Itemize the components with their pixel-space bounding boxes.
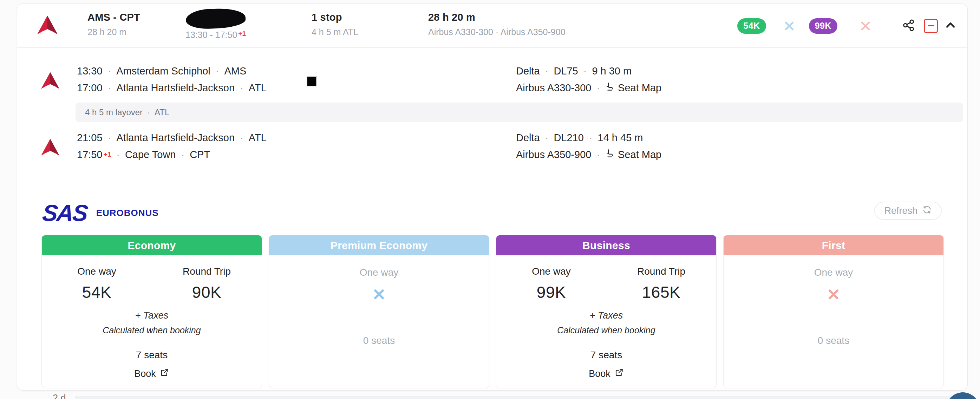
plus-one-day: +1 xyxy=(103,151,111,158)
next-row-top-edge xyxy=(75,396,966,399)
share-button[interactable] xyxy=(902,19,915,33)
seats-count: 7 seats xyxy=(496,350,716,361)
book-label: Book xyxy=(134,369,156,379)
route-block: AMS - CPT 28 h 20 m xyxy=(88,11,140,37)
external-link-icon xyxy=(160,368,169,380)
redacted-dates xyxy=(186,8,246,30)
taxes-note: + Taxes xyxy=(496,310,716,321)
one-way-label: One way xyxy=(269,267,489,278)
aircraft-type: Airbus A330-300 xyxy=(516,82,591,94)
round-trip-label: Round Trip xyxy=(606,266,716,277)
segment-duration: 14 h 45 m xyxy=(598,132,643,144)
arrival-code: ATL xyxy=(249,82,267,94)
stops-block: 1 stop 4 h 5 m ATL xyxy=(312,11,358,37)
seat-map-link[interactable]: Seat Map xyxy=(605,149,662,161)
arrival-time: 17:00 xyxy=(77,82,103,94)
fare-body: One way 0 seats xyxy=(724,267,943,346)
flight-number: DL75 xyxy=(554,65,578,77)
next-row-partial-text: 2 d xyxy=(52,393,66,399)
book-label: Book xyxy=(589,369,611,379)
aircraft-summary: Airbus A330-300 · Airbus A350-900 xyxy=(428,27,566,37)
departure-airport: Atlanta Hartsfield-Jackson xyxy=(116,132,235,144)
segment-2-aircraft-row: Airbus A350-900 · Seat Map xyxy=(516,146,662,163)
airline-name: Delta xyxy=(516,132,540,144)
remove-result-button[interactable] xyxy=(924,19,938,33)
flight-number: DL210 xyxy=(554,132,584,144)
first-unavailable-x-icon xyxy=(859,20,872,32)
seats-count: 7 seats xyxy=(42,350,262,361)
taxes-note: + Taxes xyxy=(42,310,262,321)
arrival-airport: Atlanta Hartsfield-Jackson xyxy=(116,82,235,94)
segment-duration: 9 h 30 m xyxy=(592,65,632,77)
segments-section: 13:30 · Amsterdam Schiphol · AMS 17:00 ·… xyxy=(17,48,967,176)
book-link[interactable]: Book xyxy=(589,368,624,380)
layover-duration: 4 h 5 m layover xyxy=(85,108,143,117)
fare-cards-row: Economy One way 54K Round Trip 90K + Tax… xyxy=(41,235,944,388)
departure-code: AMS xyxy=(224,65,246,77)
arrival-airport: Cape Town xyxy=(125,149,176,161)
segment-2-departure: 21:05 · Atlanta Hartsfield-Jackson · ATL xyxy=(77,129,267,146)
times-text: 13:30 - 17:50 xyxy=(186,30,237,40)
economy-unavailable-x-icon xyxy=(783,20,795,32)
dates-block: 13:30 - 17:50+1 xyxy=(172,9,259,40)
economy-miles-badge: 54K xyxy=(737,18,766,34)
one-way-label: One way xyxy=(496,266,606,277)
one-way-label: One way xyxy=(724,267,943,278)
departure-airport: Amsterdam Schiphol xyxy=(116,65,210,77)
refresh-button[interactable]: Refresh xyxy=(874,202,942,220)
fare-body: One way 99K Round Trip 165K + Taxes Calc… xyxy=(496,266,716,380)
fare-body: One way 54K Round Trip 90K + Taxes Calcu… xyxy=(42,266,262,380)
summary-actions: 54K 99K xyxy=(737,4,957,48)
redacted-marker xyxy=(307,77,316,86)
segment-1-aircraft-row: Airbus A330-300 · Seat Map xyxy=(516,79,662,96)
external-link-icon xyxy=(614,368,624,380)
unavailable-x-icon xyxy=(724,287,943,301)
refresh-label: Refresh xyxy=(884,205,918,216)
flight-summary-row[interactable]: AMS - CPT 28 h 20 m 13:30 - 17:50+1 1 st… xyxy=(17,4,967,48)
seat-icon xyxy=(605,149,615,161)
segment-1-route: 13:30 · Amsterdam Schiphol · AMS 17:00 ·… xyxy=(77,62,267,96)
delta-airline-logo xyxy=(41,139,59,157)
layover-airport-code: ATL xyxy=(154,108,169,117)
total-duration: 28 h 20 m xyxy=(428,11,566,23)
round-trip-label: Round Trip xyxy=(152,266,262,277)
taxes-detail: Calculated when booking xyxy=(496,325,716,335)
share-icon xyxy=(902,19,915,33)
total-duration-block: 28 h 20 m Airbus A330-300 · Airbus A350-… xyxy=(428,11,566,37)
departure-time: 21:05 xyxy=(77,132,103,144)
business-miles-badge: 99K xyxy=(809,18,837,34)
arrival-code: CPT xyxy=(190,149,210,161)
refresh-icon xyxy=(922,205,932,217)
departure-code: ATL xyxy=(249,132,267,144)
unavailable-x-icon xyxy=(269,287,489,301)
delta-airline-logo xyxy=(37,16,57,36)
fare-cabin-header: Business xyxy=(496,235,716,255)
award-program-section: SAS EUROBONUS Refresh Economy One way xyxy=(17,176,967,391)
fare-card-business: Business One way 99K Round Trip 165K + T… xyxy=(496,235,717,388)
fare-card-premium-economy: Premium Economy One way 0 seats xyxy=(269,235,489,388)
arrival-time: 17:50 xyxy=(77,149,103,161)
one-way-value: 99K xyxy=(496,283,606,302)
taxes-detail: Calculated when booking xyxy=(42,325,262,335)
round-trip-value: 165K xyxy=(606,283,716,302)
segment-1-arrival: 17:00 · Atlanta Hartsfield-Jackson · ATL xyxy=(77,79,267,96)
fare-cabin-header: Premium Economy xyxy=(269,235,489,255)
fare-body: One way 0 seats xyxy=(269,267,489,346)
plus-one-day: +1 xyxy=(238,30,246,37)
segment-2-arrival: 17:50+1 · Cape Town · CPT xyxy=(77,146,267,163)
summary-times: 13:30 - 17:50+1 xyxy=(186,30,246,40)
layover-bar: 4 h 5 m layover · ATL xyxy=(76,103,963,122)
book-link[interactable]: Book xyxy=(134,368,169,380)
minus-square-icon xyxy=(924,19,938,33)
seat-map-link[interactable]: Seat Map xyxy=(605,82,662,94)
collapse-button[interactable] xyxy=(944,19,957,33)
segment-2-details: Delta · DL210 · 14 h 45 m Airbus A350-90… xyxy=(516,129,662,163)
segment-2-route: 21:05 · Atlanta Hartsfield-Jackson · ATL… xyxy=(77,129,267,163)
seat-map-label: Seat Map xyxy=(618,82,662,94)
seats-count: 0 seats xyxy=(724,335,943,346)
stops-label: 1 stop xyxy=(312,11,358,23)
one-way-label: One way xyxy=(42,266,152,277)
fare-cabin-header: Economy xyxy=(42,235,262,255)
segment-1-details: Delta · DL75 · 9 h 30 m Airbus A330-300 … xyxy=(516,62,662,96)
route-duration: 28 h 20 m xyxy=(88,27,140,37)
